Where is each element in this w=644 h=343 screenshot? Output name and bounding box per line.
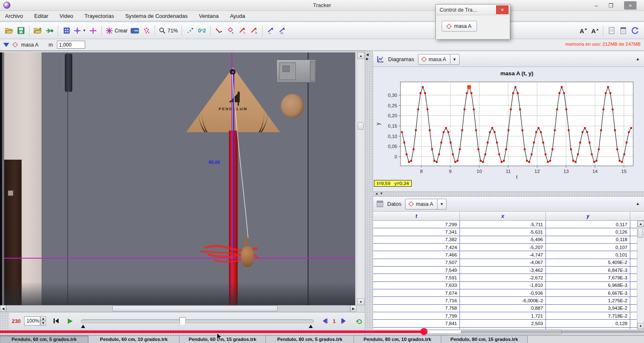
- file-tab-3[interactable]: Pendulo, 60 cm, 15 grados.trk: [179, 336, 266, 343]
- menu-item-archivo[interactable]: Archivo: [5, 13, 23, 19]
- menu-item-ventana[interactable]: Ventana: [199, 13, 219, 19]
- table-vscroll-thumb[interactable]: [638, 228, 643, 238]
- table-row[interactable]: 7,591-2,6727,679E-3: [373, 274, 644, 281]
- plot-track-dropdown[interactable]: ▼: [450, 54, 460, 65]
- table-row[interactable]: 7,424-5,2070,107: [373, 244, 644, 251]
- step-forward-button[interactable]: [338, 315, 350, 327]
- close-button[interactable]: ×: [624, 1, 637, 10]
- playback-scrubber-handle[interactable]: [420, 328, 428, 335]
- video-scroll-left-button[interactable]: ◀: [0, 305, 6, 312]
- frame-numbers-button[interactable]: 0¹2: [196, 25, 208, 37]
- video-vscroll-thumb[interactable]: [358, 122, 364, 130]
- player-slider[interactable]: [81, 319, 314, 323]
- track-control-track-button[interactable]: masa A: [442, 21, 477, 32]
- font-smaller-button[interactable]: A: [577, 25, 589, 37]
- step-size-value[interactable]: 1: [333, 318, 336, 324]
- data-track-selector[interactable]: masa A: [405, 199, 438, 210]
- table-row[interactable]: 7,341-5,6310,126: [373, 228, 644, 236]
- page-view-button[interactable]: [606, 25, 617, 37]
- column-header-y[interactable]: y: [546, 212, 630, 220]
- video-horizontal-scrollbar[interactable]: ◀ ▶: [0, 305, 357, 312]
- track-control-titlebar[interactable]: Control de Tra... ×: [436, 5, 510, 15]
- splitter-right-icon[interactable]: ▶: [366, 57, 369, 61]
- vertical-splitter[interactable]: ◀ ▶: [365, 51, 373, 335]
- mass-value-input[interactable]: [57, 41, 85, 49]
- axes-button[interactable]: ▼: [72, 25, 87, 37]
- track-name-label[interactable]: masa A: [21, 42, 39, 48]
- file-tab-6[interactable]: Pendulo, 80 cm, 15 grados.trk: [441, 336, 528, 343]
- panel-splitter-up-icon[interactable]: ▲: [375, 192, 379, 195]
- trails-button[interactable]: [184, 25, 196, 37]
- zoom-button[interactable]: 71%: [157, 25, 179, 37]
- step-back-button[interactable]: [319, 315, 330, 327]
- menu-item-ayuda[interactable]: Ayuda: [230, 13, 245, 19]
- table-row[interactable]: 7,466-4,7470,101: [373, 251, 644, 259]
- table-row[interactable]: 7,7580,8873,943E-2: [373, 305, 644, 312]
- table-scroll-down-button[interactable]: ▼: [637, 323, 644, 329]
- maximize-button[interactable]: ❐: [605, 1, 617, 10]
- calibration-button[interactable]: [87, 25, 99, 37]
- player-zoom-spinner[interactable]: [40, 316, 46, 326]
- player-slider-thumb[interactable]: [179, 317, 186, 326]
- column-header-t[interactable]: t: [373, 212, 460, 220]
- file-tab-5[interactable]: Pendulo, 80 cm, 10 grados.trk: [354, 336, 441, 343]
- table-scroll-up-button[interactable]: ▲: [637, 221, 644, 227]
- stretch-button[interactable]: ↔: [265, 25, 277, 37]
- track-control-button[interactable]: [129, 25, 140, 37]
- minimize-button[interactable]: –: [590, 1, 602, 10]
- open-library-button[interactable]: [32, 25, 44, 37]
- play-button[interactable]: [64, 315, 76, 327]
- player-zoom-input[interactable]: 100%: [24, 316, 40, 326]
- panel-splitter[interactable]: ▲ ▼: [373, 191, 644, 197]
- accelerations-button[interactable]: a: [248, 25, 260, 37]
- table-row[interactable]: 7,633-1,8106,968E-3: [373, 282, 644, 289]
- positions-button[interactable]: x: [225, 25, 236, 37]
- video-scroll-up-button[interactable]: ▲: [357, 52, 364, 59]
- video-scroll-right-button[interactable]: ▶: [350, 305, 356, 312]
- track-control-close-button[interactable]: ×: [496, 5, 509, 14]
- point-mass-button[interactable]: [140, 25, 152, 37]
- menu-item-video[interactable]: Video: [59, 13, 73, 19]
- splitter-left-icon[interactable]: ◀: [366, 53, 369, 57]
- panel-splitter-down-icon[interactable]: ▼: [380, 192, 383, 195]
- video-hscroll-thumb[interactable]: [112, 306, 278, 311]
- plot-collapse-button[interactable]: ▲: [636, 57, 640, 61]
- crear-button[interactable]: Crear: [104, 25, 129, 37]
- table-row[interactable]: 7,716-6,000E-21,275E-2: [373, 297, 644, 304]
- save-button[interactable]: [15, 25, 27, 37]
- video-scroll-down-button[interactable]: ▼: [357, 299, 364, 305]
- table-row[interactable]: 7,7991,7217,718E-2: [373, 312, 644, 320]
- go-to-start-button[interactable]: [50, 315, 62, 327]
- chart-svg[interactable]: 8910111213141500,050,100,150,200,250,30m…: [374, 68, 644, 179]
- file-tab-2[interactable]: Pendulo, 60 cm, 10 grados.trk: [88, 336, 179, 343]
- video-vertical-scrollbar[interactable]: ▲ ▼: [357, 52, 364, 305]
- menu-item-editar[interactable]: Editar: [34, 13, 48, 19]
- line-profile-button[interactable]: [213, 25, 225, 37]
- data-track-dropdown[interactable]: ▼: [438, 199, 447, 210]
- notes-button[interactable]: [617, 25, 629, 37]
- table-vertical-scrollbar[interactable]: ▲ ▼: [637, 221, 644, 329]
- table-row[interactable]: 7,8412,5030,128: [373, 320, 644, 327]
- video-canvas[interactable]: PENDULUM 60,00: [0, 52, 355, 305]
- playback-progress-bar[interactable]: [0, 331, 421, 333]
- import-data-button[interactable]: [44, 25, 55, 37]
- loop-button[interactable]: [353, 315, 365, 327]
- menu-item-systema-de-coordenadas[interactable]: Systema de Coordenadas: [125, 13, 187, 19]
- open-file-button[interactable]: [3, 25, 15, 37]
- clip-end-marker[interactable]: [309, 325, 313, 328]
- zoom-spinner-up[interactable]: [40, 316, 46, 321]
- table-row[interactable]: 7,674-0,9366,667E-3: [373, 289, 644, 297]
- plot-area[interactable]: 8910111213141500,050,100,150,200,250,30m…: [373, 67, 644, 191]
- velocities-button[interactable]: v: [236, 25, 248, 37]
- plot-track-selector[interactable]: masa A: [418, 54, 450, 65]
- player-slider-track[interactable]: [81, 319, 314, 323]
- file-tab-4[interactable]: Pendulo, 80 cm, 5 grados.trk: [266, 336, 354, 343]
- zoom-spinner-down[interactable]: [40, 321, 46, 326]
- table-row[interactable]: 7,382-5,4960,118: [373, 236, 644, 244]
- clip-start-marker[interactable]: [81, 325, 85, 328]
- mass-arrow-button[interactable]: m: [277, 25, 288, 37]
- clip-settings-button[interactable]: [61, 25, 72, 37]
- table-row[interactable]: 7,299-5,7110,117: [373, 221, 644, 228]
- track-menu-icon[interactable]: [3, 43, 9, 47]
- table-row[interactable]: 7,507-4,0675,409E-2: [373, 259, 644, 267]
